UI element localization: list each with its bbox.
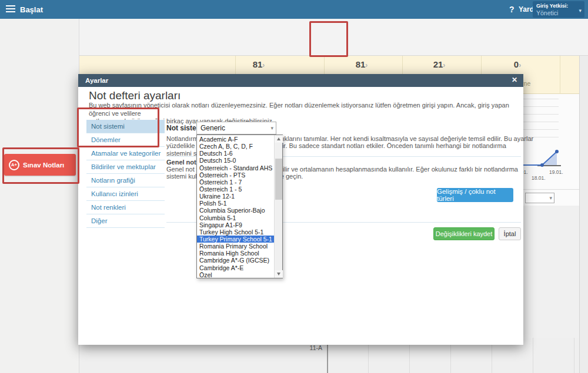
svg-text:18.01.: 18.01. — [532, 175, 546, 180]
a-plus-badge-icon: A+ — [9, 160, 19, 170]
dropdown-option[interactable]: Österreich - PTS — [197, 172, 275, 179]
stat-value: 21 — [419, 59, 466, 69]
dropdown-option[interactable]: Österreich 1 - 5 — [197, 186, 275, 193]
settings-menu-item[interactable]: Kullanıcı izinleri — [86, 187, 165, 201]
stat-value: 0 — [497, 59, 544, 69]
top-bar: Başlat ? Yardım Al Giriş Yetkisi: Yöneti… — [0, 0, 588, 19]
dropdown-option[interactable]: Ukraine 12-1 — [197, 193, 275, 200]
dropdown-option[interactable]: Turkey High School 5-1 — [197, 228, 275, 236]
chevron-down-icon: ▾ — [579, 8, 582, 14]
grade-system-dropdown-list: Academic A-FCzech A, B, C, D, FDeutsch 1… — [196, 135, 283, 278]
scroll-up-icon[interactable] — [275, 135, 283, 143]
dropdown-option[interactable]: Academic A-F — [197, 136, 275, 143]
dropdown-option[interactable]: Cambridge A*-G (IGCSE) — [197, 257, 275, 264]
advanced-grade-types-button[interactable]: Gelişmiş / çoklu not türleri — [437, 188, 513, 202]
dropdown-option[interactable]: Polish 5-1 — [197, 200, 275, 207]
stat-separator — [560, 56, 560, 94]
settings-menu-item[interactable]: Bildiriler ve mektuplar — [86, 160, 165, 174]
dropdown-option[interactable]: Singapur A1-F9 — [197, 221, 275, 228]
dropdown-option[interactable]: Österreich - Standard AHS — [197, 164, 275, 172]
settings-menu-item[interactable]: Not sistemi — [86, 120, 165, 133]
dropdown-option[interactable]: Romania Primary School — [197, 243, 275, 250]
app-window: 17.01. 18.01. 19.01. ▾ 11-A karne 818121… — [0, 0, 588, 373]
settings-modal: Ayarlar ✕ Not defteri ayarları Bu web sa… — [78, 74, 523, 345]
cancel-button[interactable]: İptal — [499, 227, 521, 240]
settings-menu-item[interactable]: Dönemler — [86, 133, 165, 147]
dropdown-option[interactable]: Özel — [197, 271, 275, 278]
scrollbar-thumb[interactable] — [275, 159, 282, 200]
settings-menu-item[interactable]: Atamalar ve kategoriler — [86, 147, 165, 160]
grade-system-select[interactable]: Generic ▾ — [196, 122, 276, 135]
sidebar — [0, 19, 79, 373]
dropdown-option[interactable]: Columbia Superior-Bajo — [197, 207, 275, 214]
modal-heading: Not defteri ayarları — [89, 89, 181, 102]
toolbar — [79, 19, 588, 56]
dropdown-option[interactable]: Romania High School — [197, 250, 275, 257]
stat-value: 81 — [341, 59, 388, 69]
dropdown-option[interactable]: Czech A, B, C, D, F — [197, 143, 275, 150]
sidebar-item-exam-grades-active[interactable]: A+ Sınav Notları — [4, 154, 76, 176]
help-question-icon[interactable]: ? — [509, 5, 514, 14]
stat-value: 81 — [238, 59, 285, 69]
section-divider — [523, 189, 579, 190]
settings-menu-item[interactable]: Diğer — [86, 214, 165, 228]
scroll-down-icon[interactable] — [275, 270, 283, 278]
dropdown-scrollbar[interactable] — [274, 135, 282, 278]
grid-line — [574, 338, 574, 373]
dropdown-option[interactable]: Turkey Primary School 5-1 — [197, 236, 275, 243]
dropdown-option[interactable]: Cambridge A*-E — [197, 264, 275, 271]
dropdown-option[interactable]: Deutsch 1-6 — [197, 150, 275, 157]
class-row-label: 11-A — [282, 344, 322, 351]
background-filter-select[interactable]: ▾ — [525, 193, 554, 203]
modal-title-bar[interactable]: Ayarlar — [78, 74, 523, 87]
grid-line — [533, 338, 533, 373]
chevron-down-icon: ▾ — [270, 126, 273, 131]
settings-menu-item[interactable]: Notların grafiği — [86, 174, 165, 187]
close-icon[interactable]: ✕ — [512, 76, 517, 84]
chevron-down-icon: ▾ — [549, 196, 552, 201]
login-role-select[interactable]: Giriş Yetkisi: Yönetici ▾ — [533, 1, 584, 18]
dropdown-option[interactable]: Deutsch 15-0 — [197, 157, 275, 164]
page-gutter — [579, 19, 588, 373]
save-changes-button[interactable]: Değişiklikleri kaydet — [433, 227, 495, 240]
start-button[interactable]: Başlat — [20, 5, 43, 14]
svg-text:19.01.: 19.01. — [549, 169, 563, 175]
settings-menu-item[interactable]: Not renkleri — [86, 201, 165, 214]
hamburger-menu-icon[interactable] — [6, 5, 15, 12]
dropdown-option[interactable]: Columbia 5-1 — [197, 214, 275, 221]
dropdown-option[interactable]: Österreich 1 - 7 — [197, 179, 275, 186]
